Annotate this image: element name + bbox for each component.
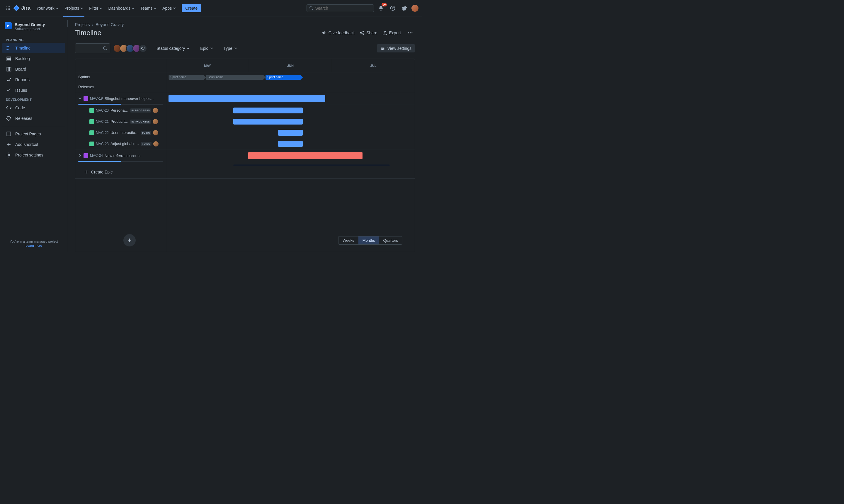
sprint-bar-active[interactable]: Sprint name [266, 75, 303, 80]
export-button[interactable]: Export [382, 30, 401, 35]
share-button[interactable]: Share [359, 30, 377, 35]
timeline-bar[interactable] [168, 95, 325, 102]
megaphone-icon [322, 30, 327, 35]
story-row[interactable]: MAC-22 User interactio… TO DO [75, 127, 415, 138]
issue-title: User interactio… [110, 130, 139, 135]
icon [6, 142, 12, 147]
nav-apps[interactable]: Apps [160, 3, 178, 13]
epic-row[interactable]: MAC-19 Slingshot maneuver helper… [75, 92, 415, 105]
add-fab[interactable] [123, 234, 136, 247]
story-row[interactable]: MAC-20 Persona… IN PROGRESS [75, 105, 415, 116]
month-header: JUL [332, 59, 415, 72]
zoom-quarters[interactable]: Quarters [379, 236, 402, 245]
sprint-bar[interactable]: Sprint name [168, 75, 206, 80]
svg-point-26 [383, 48, 384, 49]
nav-dashboards[interactable]: Dashboards [106, 3, 137, 13]
learn-more-link[interactable]: Learn more [5, 244, 63, 247]
page-title: Timeline [75, 29, 102, 37]
backlog-icon [6, 56, 12, 61]
assignee-filter[interactable]: +14 [115, 44, 147, 52]
section-label: PLANNING [2, 36, 65, 43]
sidebar-item-issues[interactable]: Issues [2, 85, 65, 95]
sprint-bar[interactable]: Sprint name [206, 75, 266, 80]
sidebar-item-board[interactable]: Board [2, 64, 65, 74]
notifications-button[interactable]: 9+ [376, 3, 386, 13]
sidebar-item-releases[interactable]: Releases [2, 113, 65, 124]
sidebar-item-add-shortcut[interactable]: Add shortcut [2, 139, 65, 150]
create-epic-button[interactable]: Create Epic [75, 165, 166, 178]
sidebar-item-backlog[interactable]: Backlog [2, 53, 65, 64]
filter-search[interactable] [75, 43, 110, 53]
create-button[interactable]: Create [182, 4, 201, 12]
search-box[interactable] [307, 4, 374, 12]
sidebar-item-project-pages[interactable]: Project Pages [2, 129, 65, 139]
issue-key: MAC-23 [96, 142, 109, 146]
status-category-filter[interactable]: Status category [155, 44, 191, 52]
chevron-down-icon[interactable] [78, 97, 82, 100]
assignee-avatar[interactable] [153, 119, 158, 124]
issue-key: MAC-19 [90, 96, 103, 101]
view-settings-button[interactable]: View settings [377, 44, 415, 52]
sidebar-item-code[interactable]: Code [2, 103, 65, 113]
epic-row[interactable]: MAC-40 Add user information [75, 162, 415, 165]
settings-button[interactable] [400, 3, 409, 13]
give-feedback-button[interactable]: Give feedback [322, 30, 355, 35]
project-header[interactable]: Beyond Gravity Software project [2, 21, 65, 36]
story-row[interactable]: MAC-23 Adjust global s… TO DO [75, 138, 415, 149]
timeline-bar[interactable] [278, 141, 303, 147]
type-filter[interactable]: Type [222, 44, 238, 52]
sprint-bars: Sprint name Sprint name Sprint name [166, 72, 415, 82]
project-name: Beyond Gravity [15, 22, 45, 27]
chevron-down-icon [173, 7, 176, 10]
nav-filter[interactable]: Filter [87, 3, 105, 13]
story-row[interactable]: MAC-21 Produc t… IN PROGRESS [75, 116, 415, 127]
chevron-right-icon[interactable] [78, 154, 82, 157]
search-icon [103, 46, 108, 51]
svg-point-0 [6, 6, 7, 7]
timeline-bar[interactable] [233, 119, 303, 125]
epic-filter[interactable]: Epic [199, 44, 214, 52]
sidebar-item-reports[interactable]: Reports [2, 74, 65, 85]
chevron-down-icon [131, 7, 134, 10]
issue-key: MAC-24 [90, 154, 103, 158]
nav-projects[interactable]: Projects [62, 3, 86, 13]
chevron-down-icon [154, 7, 157, 10]
help-button[interactable]: ? [388, 3, 397, 13]
nav-teams[interactable]: Teams [138, 3, 159, 13]
reports-icon [6, 77, 12, 83]
more-actions-button[interactable] [406, 28, 415, 37]
sliders-icon [380, 46, 385, 51]
sprints-label: Sprints [75, 72, 166, 82]
search-input[interactable] [315, 6, 371, 11]
zoom-weeks[interactable]: Weeks [339, 236, 358, 245]
svg-point-23 [104, 47, 106, 49]
crumb-projects[interactable]: Projects [75, 22, 90, 27]
user-avatar[interactable] [411, 5, 418, 12]
timeline-bar[interactable] [278, 130, 303, 136]
timeline-grid: MAYJUNJUL Sprints Sprint name Sprint nam… [75, 59, 415, 252]
sidebar-item-project-settings[interactable]: Project settings [2, 150, 65, 160]
assignee-avatar[interactable] [153, 130, 158, 136]
board-icon [6, 66, 12, 72]
svg-point-9 [310, 6, 312, 9]
plus-icon [127, 237, 132, 243]
timeline-bar[interactable] [248, 152, 362, 159]
assignee-avatar[interactable] [153, 108, 158, 113]
issue-title: Slingshot maneuver helper… [105, 96, 154, 101]
epic-row[interactable]: MAC-24 New referral discount [75, 149, 415, 162]
nav-your-work[interactable]: Your work [34, 3, 61, 13]
assignee-avatar[interactable] [153, 141, 159, 146]
timeline-bar[interactable] [233, 108, 303, 113]
jira-logo[interactable]: Jira [13, 5, 31, 12]
chevron-down-icon [187, 47, 190, 50]
more-icon [407, 30, 413, 36]
zoom-months[interactable]: Months [358, 236, 379, 245]
avatar-more[interactable]: +14 [139, 44, 147, 52]
epic-type-icon [84, 96, 88, 101]
story-type-icon [89, 142, 94, 146]
app-switcher[interactable] [3, 3, 13, 13]
svg-point-4 [8, 7, 9, 8]
crumb-project[interactable]: Beyond Gravity [95, 22, 124, 27]
project-icon [5, 22, 12, 29]
sidebar-item-timeline[interactable]: Timeline [2, 43, 65, 53]
